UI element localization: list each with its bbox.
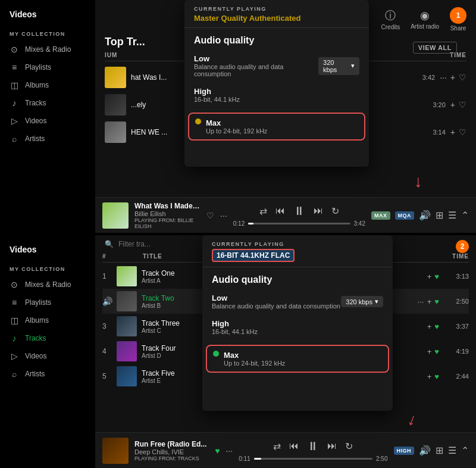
low-badge-2[interactable]: 320 kbps ▾ [341,296,383,307]
repeat-icon-1[interactable]: ↻ [331,205,339,217]
sidebar-item-artists-2[interactable]: ⌕ Artists [0,365,95,383]
sidebar-item-playlists-2[interactable]: ≡ Playlists [0,294,95,311]
currently-playing-label-1: CURRENTLY PLAYING [194,6,359,12]
progress-track-2[interactable] [254,458,372,460]
volume-icon-2[interactable]: 🔊 [419,445,431,456]
quality-option-low-1[interactable]: Low Balance audio quality and data consu… [194,54,359,77]
sidebar-item-mixes-2[interactable]: ⊙ Mixes & Radio [0,276,95,294]
add-icon-p2-3[interactable]: + [427,322,432,331]
pause-icon-1[interactable]: ⏸ [293,204,305,218]
more-btn-2[interactable]: ··· [226,446,233,455]
active-dot-2 [213,351,219,357]
more-btn-1[interactable]: ··· [220,211,227,220]
np-thumb-1 [102,202,129,229]
np-from-1: PLAYING FROM: BILLIE EILISH [134,217,201,229]
col-num-header: # [102,253,117,260]
playlists-icon-1: ≡ [10,63,19,72]
device-icon-2[interactable]: ⊞ [436,445,443,456]
sidebar-item-albums-2[interactable]: ◫ Albums [0,311,95,329]
sidebar-item-tracks-2[interactable]: ♪ Tracks [0,329,95,347]
heart-icon-p2-4[interactable]: ♥ [434,347,439,356]
collection-label-2: MY COLLECTION [0,260,95,276]
quality-option-max-1[interactable]: Max Up to 24-bit, 192 kHz [188,113,365,141]
sidebar-item-videos-2[interactable]: ▷ Videos [0,347,95,365]
high-badge-2: HIGH [394,447,415,455]
heart-icon-1[interactable]: ♡ [459,73,466,82]
expand-icon-1[interactable]: ⌃ [461,210,469,221]
popup-section-title-1: Audio quality [194,35,359,46]
more-icon-p2-2[interactable]: ··· [418,297,424,306]
heart-btn-2[interactable]: ♥ [215,446,220,455]
heart-btn-1[interactable]: ♡ [206,211,214,220]
repeat-icon-2[interactable]: ↻ [345,441,353,452]
track-thumb-p2-1 [117,266,137,286]
quality-option-high-1[interactable]: High 16-bit, 44.1 kHz [194,87,359,103]
sidebar-item-videos-1[interactable]: ▷ Videos [0,112,95,130]
np-info-2: Run Free (Radio Ed... Deep Chills, IVIE … [134,440,209,461]
track-thumb-p2-4 [117,341,137,361]
track-thumb-p2-5 [117,366,137,386]
share-btn[interactable]: 1 Share [450,7,466,32]
artist-radio-btn[interactable]: ◉ Artist radio [411,9,439,30]
playlists-icon-2: ≡ [10,298,19,307]
track-thumb-3 [105,121,126,143]
add-icon-p2-1[interactable]: + [427,272,432,281]
quality-option-high-2[interactable]: High 16-bit, 44.1 kHz [212,319,383,335]
heart-icon-p2-3[interactable]: ♥ [434,322,439,331]
sidebar-item-label: Videos [25,352,46,360]
shuffle-icon-2[interactable]: ⇄ [273,441,281,452]
expand-icon-2[interactable]: ⌃ [461,445,469,456]
sidebar-title-2: Videos [0,242,95,260]
artists-icon-1: ⌕ [10,134,19,143]
queue-icon-1[interactable]: ☰ [448,210,456,221]
low-badge-1[interactable]: 320 kbps ▾ [318,57,359,75]
progress-track-1[interactable] [248,223,350,224]
max-badge-1: MAX [371,211,390,220]
panel-badge-2: 2 [456,240,469,253]
sidebar-item-label: Artists [25,135,45,143]
chevron-down-icon-1: ▾ [351,62,355,70]
heart-icon-p2-2[interactable]: ♥ [434,297,439,306]
popup-section-title-2: Audio quality [212,274,383,285]
device-icon-1[interactable]: ⊞ [436,210,443,221]
np-info-1: What Was I Made F... Billie Eilish PLAYI… [134,202,201,229]
sidebar-item-artists-1[interactable]: ⌕ Artists [0,130,95,148]
heart-icon-p2-1[interactable]: ♥ [434,272,439,281]
videos-icon-1: ▷ [10,116,19,126]
heart-icon-p2-5[interactable]: ♥ [434,372,439,381]
main-area-1: ⓘ Credits ◉ Artist radio 1 Share Top Tr.… [95,0,476,233]
prev-icon-1[interactable]: ⏮ [275,205,285,216]
credits-btn[interactable]: ⓘ Credits [381,8,400,30]
credits-icon: ⓘ [385,8,396,23]
volume-icon-1[interactable]: 🔊 [419,210,431,221]
track-num-3: 3 [102,322,117,330]
add-icon-p2-4[interactable]: + [427,347,432,356]
pause-icon-2[interactable]: ⏸ [307,439,319,453]
collection-label-1: MY COLLECTION [0,25,95,40]
sidebar-item-playlists-1[interactable]: ≡ Playlists [0,58,95,76]
sidebar-item-albums-1[interactable]: ◫ Albums [0,76,95,94]
t2-actions-3: + ♥ [427,322,439,331]
next-icon-2[interactable]: ⏭ [327,441,337,451]
sidebar-item-tracks-1[interactable]: ♪ Tracks [0,94,95,112]
np-thumb-2 [102,438,129,464]
add-icon-p2-5[interactable]: + [427,372,432,381]
queue-icon-2[interactable]: ☰ [448,445,456,456]
quality-option-low-2[interactable]: Low Balance audio quality and data consu… [212,294,383,310]
sidebar-item-mixes-1[interactable]: ⊙ Mixes & Radio [0,40,95,58]
next-icon-1[interactable]: ⏭ [314,205,323,216]
add-icon-1[interactable]: + [450,73,455,82]
view-all-btn[interactable]: VIEW ALL [413,42,457,54]
heart-icon-3[interactable]: ♡ [459,127,466,137]
more-icon-1[interactable]: ··· [440,73,447,82]
quality-option-max-2[interactable]: Max Up to 24-bit, 192 kHz [206,345,389,373]
add-icon-2[interactable]: + [450,100,455,110]
shuffle-icon-1[interactable]: ⇄ [259,205,267,217]
heart-icon-2[interactable]: ♡ [459,100,466,110]
t2-actions-2: ··· + ♥ [418,297,439,306]
add-icon-p2-2[interactable]: + [427,297,432,306]
max-label-1: Max [206,118,267,127]
t2-time-4: 4:19 [439,348,469,355]
add-icon-3[interactable]: + [450,127,455,137]
prev-icon-2[interactable]: ⏮ [289,441,299,451]
